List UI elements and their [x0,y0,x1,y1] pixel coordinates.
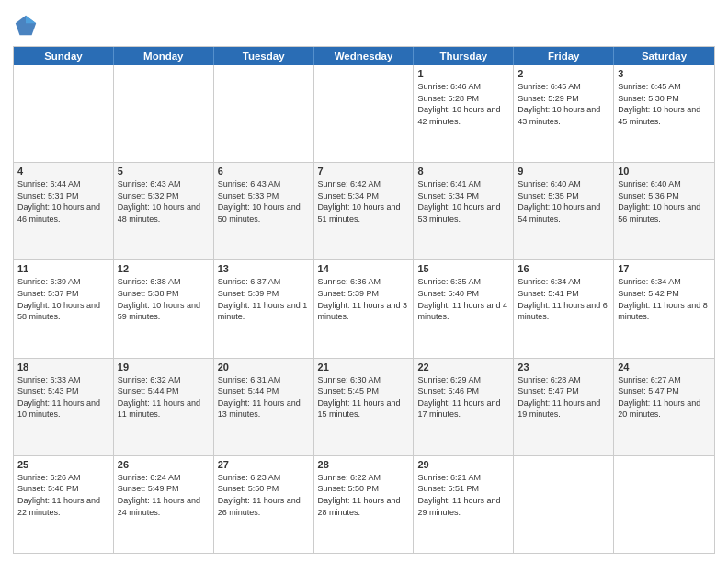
cell-info: Sunrise: 6:35 AM Sunset: 5:40 PM Dayligh… [417,276,509,322]
calendar-cell-13: 13Sunrise: 6:37 AM Sunset: 5:39 PM Dayli… [214,260,314,357]
cell-info: Sunrise: 6:41 AM Sunset: 5:34 PM Dayligh… [417,178,509,224]
cell-info: Sunrise: 6:31 AM Sunset: 5:44 PM Dayligh… [218,374,310,420]
day-number: 6 [218,166,310,177]
calendar-cell-24: 24Sunrise: 6:27 AM Sunset: 5:47 PM Dayli… [614,359,714,455]
day-number: 26 [118,459,210,470]
cell-info: Sunrise: 6:33 AM Sunset: 5:43 PM Dayligh… [17,374,109,420]
day-number: 13 [218,263,310,274]
cell-info: Sunrise: 6:24 AM Sunset: 5:49 PM Dayligh… [118,472,210,518]
calendar-cell-empty-4-6 [614,456,714,553]
header [13,9,715,39]
svg-marker-1 [26,16,36,23]
cell-info: Sunrise: 6:34 AM Sunset: 5:41 PM Dayligh… [518,276,609,322]
day-number: 25 [17,459,109,470]
cell-info: Sunrise: 6:34 AM Sunset: 5:42 PM Dayligh… [618,276,711,322]
logo-icon [13,13,39,39]
day-number: 28 [318,459,410,470]
header-day-wednesday: Wednesday [314,47,415,65]
calendar-cell-22: 22Sunrise: 6:29 AM Sunset: 5:46 PM Dayli… [414,359,514,455]
header-day-monday: Monday [114,47,214,65]
cell-info: Sunrise: 6:39 AM Sunset: 5:37 PM Dayligh… [17,276,109,322]
header-day-friday: Friday [514,47,614,65]
day-number: 8 [417,166,509,177]
calendar-cell-23: 23Sunrise: 6:28 AM Sunset: 5:47 PM Dayli… [514,359,614,455]
calendar-cell-5: 5Sunrise: 6:43 AM Sunset: 5:32 PM Daylig… [114,163,214,259]
calendar-cell-21: 21Sunrise: 6:30 AM Sunset: 5:45 PM Dayli… [314,359,415,455]
calendar-cell-3: 3Sunrise: 6:45 AM Sunset: 5:30 PM Daylig… [614,65,714,162]
calendar-cell-14: 14Sunrise: 6:36 AM Sunset: 5:39 PM Dayli… [314,260,415,357]
cell-info: Sunrise: 6:40 AM Sunset: 5:35 PM Dayligh… [518,178,609,224]
day-number: 1 [417,68,509,79]
day-number: 9 [518,166,609,177]
calendar-cell-6: 6Sunrise: 6:43 AM Sunset: 5:33 PM Daylig… [214,163,314,259]
header-day-sunday: Sunday [14,47,114,65]
day-number: 21 [318,362,410,373]
calendar-cell-27: 27Sunrise: 6:23 AM Sunset: 5:50 PM Dayli… [214,456,314,553]
day-number: 10 [618,166,711,177]
day-number: 7 [318,166,410,177]
cell-info: Sunrise: 6:38 AM Sunset: 5:38 PM Dayligh… [118,276,210,322]
cell-info: Sunrise: 6:43 AM Sunset: 5:32 PM Dayligh… [118,178,210,224]
day-number: 12 [118,263,210,274]
calendar-cell-9: 9Sunrise: 6:40 AM Sunset: 5:35 PM Daylig… [514,163,614,259]
day-number: 24 [618,362,711,373]
calendar-row-2: 11Sunrise: 6:39 AM Sunset: 5:37 PM Dayli… [14,259,714,357]
calendar-cell-empty-4-5 [514,456,614,553]
day-number: 29 [417,459,509,470]
calendar-row-4: 25Sunrise: 6:26 AM Sunset: 5:48 PM Dayli… [14,455,714,553]
page: SundayMondayTuesdayWednesdayThursdayFrid… [0,0,728,563]
header-day-thursday: Thursday [414,47,514,65]
calendar-cell-empty-0-2 [214,65,314,162]
calendar-cell-18: 18Sunrise: 6:33 AM Sunset: 5:43 PM Dayli… [14,359,114,455]
cell-info: Sunrise: 6:45 AM Sunset: 5:29 PM Dayligh… [518,81,609,127]
calendar-cell-16: 16Sunrise: 6:34 AM Sunset: 5:41 PM Dayli… [514,260,614,357]
calendar-cell-1: 1Sunrise: 6:46 AM Sunset: 5:28 PM Daylig… [414,65,514,162]
day-number: 22 [417,362,509,373]
calendar-cell-11: 11Sunrise: 6:39 AM Sunset: 5:37 PM Dayli… [14,260,114,357]
calendar-cell-17: 17Sunrise: 6:34 AM Sunset: 5:42 PM Dayli… [614,260,714,357]
cell-info: Sunrise: 6:26 AM Sunset: 5:48 PM Dayligh… [17,472,109,518]
cell-info: Sunrise: 6:27 AM Sunset: 5:47 PM Dayligh… [618,374,711,420]
calendar-cell-2: 2Sunrise: 6:45 AM Sunset: 5:29 PM Daylig… [514,65,614,162]
calendar-cell-15: 15Sunrise: 6:35 AM Sunset: 5:40 PM Dayli… [414,260,514,357]
day-number: 18 [17,362,109,373]
day-number: 17 [618,263,711,274]
day-number: 2 [518,68,609,79]
calendar-cell-empty-0-3 [314,65,415,162]
calendar-cell-26: 26Sunrise: 6:24 AM Sunset: 5:49 PM Dayli… [114,456,214,553]
calendar-cell-empty-0-1 [114,65,214,162]
day-number: 23 [518,362,609,373]
cell-info: Sunrise: 6:30 AM Sunset: 5:45 PM Dayligh… [318,374,410,420]
cell-info: Sunrise: 6:21 AM Sunset: 5:51 PM Dayligh… [417,472,509,518]
day-number: 15 [417,263,509,274]
day-number: 20 [218,362,310,373]
day-number: 19 [118,362,210,373]
cell-info: Sunrise: 6:36 AM Sunset: 5:39 PM Dayligh… [318,276,410,322]
calendar-body: 1Sunrise: 6:46 AM Sunset: 5:28 PM Daylig… [14,65,714,553]
day-number: 27 [218,459,310,470]
day-number: 11 [17,263,109,274]
calendar-row-3: 18Sunrise: 6:33 AM Sunset: 5:43 PM Dayli… [14,358,714,455]
calendar-cell-empty-0-0 [14,65,114,162]
calendar-cell-8: 8Sunrise: 6:41 AM Sunset: 5:34 PM Daylig… [414,163,514,259]
cell-info: Sunrise: 6:45 AM Sunset: 5:30 PM Dayligh… [618,81,711,127]
cell-info: Sunrise: 6:43 AM Sunset: 5:33 PM Dayligh… [218,178,310,224]
header-day-tuesday: Tuesday [214,47,314,65]
calendar-row-0: 1Sunrise: 6:46 AM Sunset: 5:28 PM Daylig… [14,65,714,162]
cell-info: Sunrise: 6:44 AM Sunset: 5:31 PM Dayligh… [17,178,109,224]
cell-info: Sunrise: 6:28 AM Sunset: 5:47 PM Dayligh… [518,374,609,420]
calendar-cell-7: 7Sunrise: 6:42 AM Sunset: 5:34 PM Daylig… [314,163,415,259]
cell-info: Sunrise: 6:23 AM Sunset: 5:50 PM Dayligh… [218,472,310,518]
calendar-row-1: 4Sunrise: 6:44 AM Sunset: 5:31 PM Daylig… [14,162,714,259]
day-number: 16 [518,263,609,274]
cell-info: Sunrise: 6:37 AM Sunset: 5:39 PM Dayligh… [218,276,310,322]
calendar-cell-29: 29Sunrise: 6:21 AM Sunset: 5:51 PM Dayli… [414,456,514,553]
calendar-header: SundayMondayTuesdayWednesdayThursdayFrid… [14,47,714,65]
calendar-cell-20: 20Sunrise: 6:31 AM Sunset: 5:44 PM Dayli… [214,359,314,455]
header-day-saturday: Saturday [614,47,714,65]
calendar-cell-28: 28Sunrise: 6:22 AM Sunset: 5:50 PM Dayli… [314,456,415,553]
day-number: 4 [17,166,109,177]
logo [13,13,42,39]
cell-info: Sunrise: 6:22 AM Sunset: 5:50 PM Dayligh… [318,472,410,518]
cell-info: Sunrise: 6:29 AM Sunset: 5:46 PM Dayligh… [417,374,509,420]
